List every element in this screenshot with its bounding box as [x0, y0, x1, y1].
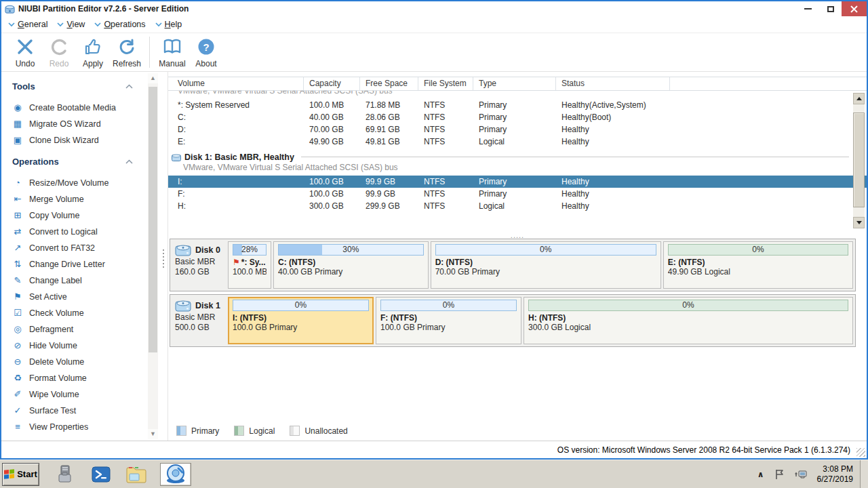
main-panel: Volume Capacity Free Space File System T… [168, 72, 867, 441]
set-active-icon: ⚑ [12, 291, 23, 302]
table-scrollbar[interactable] [853, 93, 865, 228]
scroll-up-icon[interactable]: ▲ [148, 73, 158, 83]
disk1-group-header[interactable]: Disk 1: Basic MBR, Healthy [168, 151, 867, 163]
taskbar-clock[interactable]: 3:08 PM 6/27/2019 [812, 464, 860, 485]
sidebar-item-change-label[interactable]: ✎Change Label [12, 272, 167, 289]
table-row-f[interactable]: F: 100.0 GB 99.9 GB NTFS Primary Healthy [168, 188, 867, 200]
sidebar-item-set-active[interactable]: ⚑Set Active [12, 289, 167, 305]
table-scrollbar-thumb[interactable] [853, 113, 865, 207]
primary-swatch-icon [176, 426, 186, 436]
network-icon[interactable] [790, 468, 812, 481]
table-row-i-selected[interactable]: I: 100.0 GB 99.9 GB NTFS Primary Healthy [168, 176, 867, 188]
menu-operations-label: Operations [104, 20, 145, 29]
resize-grip[interactable] [856, 448, 865, 457]
table-row-e[interactable]: E: 49.90 GB 49.81 GB NTFS Logical Health… [168, 136, 867, 148]
svg-text:?: ? [203, 41, 209, 53]
menu-view[interactable]: View [57, 20, 85, 29]
partition-e[interactable]: 0% E: (NTFS) 49.90 GB Logical [663, 241, 853, 289]
logical-swatch-icon [234, 426, 244, 436]
table-row-d[interactable]: D: 70.00 GB 69.91 GB NTFS Primary Health… [168, 123, 867, 136]
sidebar-item-view-properties[interactable]: ≡View Properties [12, 419, 167, 435]
partition-f[interactable]: 0% F: (NTFS) 100.0 GB Primary [376, 297, 521, 344]
column-file-system[interactable]: File System [418, 77, 473, 90]
redo-button[interactable]: Redo [42, 37, 76, 68]
sidebar-item-convert-to-logical[interactable]: ⇄Convert to Logical [12, 224, 167, 240]
maximize-button[interactable] [819, 1, 842, 16]
column-type[interactable]: Type [473, 77, 556, 90]
scroll-down-icon[interactable]: ▼ [148, 429, 158, 439]
action-center-flag-icon[interactable] [770, 468, 790, 481]
folder-icon [125, 465, 147, 484]
close-icon [850, 5, 858, 13]
sidebar-scrollbar-thumb[interactable] [149, 87, 157, 352]
disk-drive-icon [175, 299, 191, 312]
scroll-up-button[interactable] [853, 93, 865, 104]
defragment-icon: ◎ [12, 324, 23, 335]
taskbar-explorer-button[interactable] [125, 463, 148, 486]
close-button[interactable] [842, 1, 867, 16]
sidebar-item-defragment[interactable]: ◎Defragment [12, 321, 167, 338]
menu-general-label: General [18, 20, 47, 29]
menu-help[interactable]: Help [155, 20, 182, 29]
book-icon [163, 37, 182, 57]
refresh-icon [118, 37, 136, 57]
partition-h[interactable]: 0% H: (NTFS) 300.0 GB Logical [524, 297, 853, 344]
sidebar-item-convert-to-fat32[interactable]: ↗Convert to FAT32 [12, 240, 167, 256]
delete-volume-icon: ⊖ [12, 357, 23, 367]
menu-general[interactable]: General [8, 20, 47, 29]
table-row-c[interactable]: C: 40.00 GB 28.06 GB NTFS Primary Health… [168, 111, 867, 123]
taskbar-niubi-button[interactable] [160, 463, 191, 486]
taskbar-powershell-button[interactable] [90, 463, 113, 486]
sidebar-item-resize-move-volume[interactable]: ◔Resize/Move Volume [12, 175, 167, 191]
sidebar-item-copy-volume[interactable]: ⊞Copy Volume [12, 207, 167, 224]
menu-operations[interactable]: Operations [94, 20, 145, 29]
undo-button[interactable]: Undo [8, 37, 42, 68]
scroll-down-button[interactable] [853, 217, 865, 228]
table-row-h[interactable]: H: 300.0 GB 299.9 GB NTFS Logical Health… [168, 200, 867, 212]
sidebar-item-check-volume[interactable]: ☑Check Volume [12, 305, 167, 321]
partition-d[interactable]: 0% D: (NTFS) 70.00 GB Primary [431, 241, 661, 289]
show-desktop-button[interactable] [860, 460, 868, 488]
sidebar-item-delete-volume[interactable]: ⊖Delete Volume [12, 354, 167, 370]
sidebar-section-operations[interactable]: Operations [12, 157, 133, 167]
disk-drive-icon [175, 243, 191, 257]
taskbar-server-manager-button[interactable] [54, 463, 77, 486]
sidebar-splitter-handle[interactable] [161, 249, 165, 268]
sidebar-item-change-drive-letter[interactable]: ⇅Change Drive Letter [12, 256, 167, 272]
sidebar-item-migrate-os-wizard[interactable]: ▦Migrate OS Wizard [12, 116, 167, 132]
partition-system-reserved[interactable]: 28% ⚑*: Sy... 100.0 MB [228, 241, 271, 289]
sidebar-item-create-bootable-media[interactable]: ◉Create Bootable Media [12, 100, 167, 116]
minimize-button[interactable] [797, 1, 819, 16]
undo-icon [16, 37, 34, 57]
table-row-system-reserved[interactable]: *: System Reserved 100.0 MB 71.88 MB NTF… [168, 99, 867, 111]
sidebar-item-clone-disk-wizard[interactable]: ▣Clone Disk Wizard [12, 132, 167, 148]
app-window: NIUBI Partition Editor v7.2.6 - Server E… [0, 0, 868, 460]
active-flag-icon: ⚑ [233, 259, 240, 266]
manual-button[interactable]: Manual [155, 37, 189, 68]
sidebar-item-hide-volume[interactable]: ⊘Hide Volume [12, 338, 167, 354]
question-icon: ? [197, 37, 215, 57]
column-free-space[interactable]: Free Space [360, 77, 418, 90]
sidebar-scrollbar[interactable]: ▲ ▼ [148, 73, 158, 439]
sidebar-item-format-volume[interactable]: ♻Format Volume [12, 370, 167, 386]
column-volume[interactable]: Volume [168, 77, 304, 90]
start-button[interactable]: Start [2, 463, 39, 486]
column-status[interactable]: Status [556, 77, 670, 90]
sidebar-item-surface-test[interactable]: ✓Surface Test [12, 403, 167, 419]
disk1-info[interactable]: Disk 1 Basic MBR 500.0 GB [172, 297, 228, 344]
partition-c[interactable]: 30% C: (NTFS) 40.00 GB Primary [273, 241, 429, 289]
column-capacity[interactable]: Capacity [304, 77, 360, 90]
refresh-button[interactable]: Refresh [110, 37, 144, 68]
menu-bar: General View Operations Help [1, 16, 867, 33]
sidebar-item-wipe-volume[interactable]: ✐Wipe Volume [12, 386, 167, 403]
partition-editor-icon [165, 464, 186, 485]
about-button[interactable]: ? About [189, 37, 223, 68]
apply-button[interactable]: Apply [76, 37, 110, 68]
sidebar-item-merge-volume[interactable]: ⇤Merge Volume [12, 191, 167, 207]
column-filler [670, 77, 867, 90]
sidebar-section-tools[interactable]: Tools [12, 81, 133, 92]
tray-expand-icon[interactable]: ∧ [752, 470, 770, 479]
disk0-info[interactable]: Disk 0 Basic MBR 160.0 GB [172, 241, 228, 289]
partition-i-selected[interactable]: 0% I: (NTFS) 100.0 GB Primary [228, 297, 374, 344]
status-bar: OS version: Microsoft Windows Server 200… [1, 441, 867, 458]
